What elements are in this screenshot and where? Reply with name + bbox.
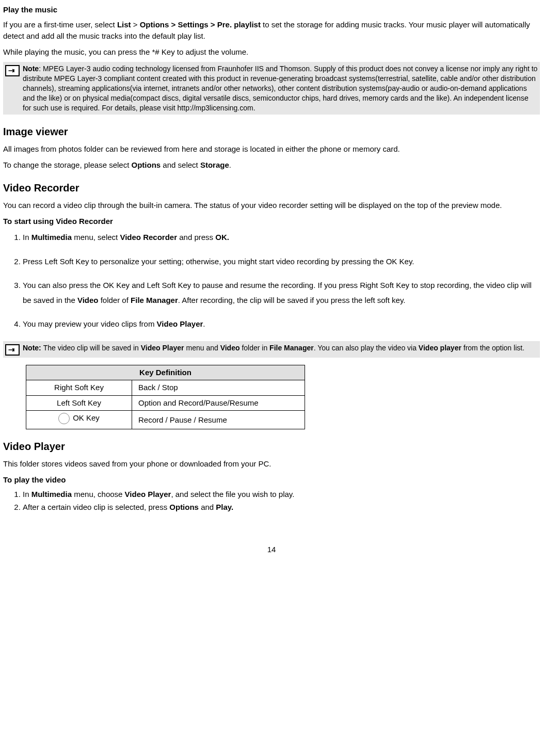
list-item: You can also press the OK Key and Left S…	[23, 278, 540, 308]
note-text: MPEG Layer-3 audio coding technology lic…	[23, 65, 537, 112]
key-definition-table: Key Definition Right Soft Key Back / Sto…	[26, 365, 305, 429]
text: You may preview your video clips from	[23, 319, 157, 328]
text-bold: Storage	[200, 160, 229, 169]
note-content: Note: The video clip will be saved in Vi…	[23, 343, 538, 353]
table-cell-def: Record / Pause / Resume	[132, 411, 305, 429]
note-arrow-icon	[5, 65, 20, 76]
note-sep: :	[39, 65, 43, 73]
text: , and select the file you wish to play.	[171, 490, 294, 498]
table-cell-key: Left Soft Key	[26, 395, 132, 411]
text: folder in	[240, 344, 270, 352]
text: .	[229, 160, 231, 169]
text-bold: Video player	[419, 344, 461, 352]
text-bold: List	[117, 20, 131, 29]
video-recorder-heading: Video Recorder	[3, 180, 540, 196]
text-bold: Video Recorder	[120, 233, 177, 242]
text: . You can also play the video via	[314, 344, 419, 352]
text: folder of	[99, 296, 131, 304]
video-recorder-subheading: To start using Video Recorder	[3, 216, 540, 228]
text: and press	[177, 233, 215, 242]
text-bold: File Manager	[131, 296, 178, 304]
table-row: Left Soft Key Option and Record/Pause/Re…	[26, 395, 305, 411]
text-bold: Video Player	[141, 344, 184, 352]
list-item: You may preview your video clips from Vi…	[23, 317, 540, 332]
text: In	[23, 490, 31, 498]
play-music-paragraph-2: While playing the music, you can press t…	[3, 46, 540, 58]
page-number: 14	[3, 544, 540, 556]
text: .	[203, 319, 205, 328]
text-bold: Video Player	[125, 490, 171, 498]
text-bold: Options	[132, 160, 161, 169]
note-box: Note: MPEG Layer-3 audio coding technolo…	[3, 62, 540, 115]
text-bold: File Manager	[269, 344, 314, 352]
text: If you are a first-time user, select	[3, 20, 117, 29]
table-cell-def: Back / Stop	[132, 380, 305, 396]
text-bold: Video	[77, 296, 99, 304]
table-cell-key: Right Soft Key	[26, 380, 132, 396]
text-bold: OK.	[215, 233, 229, 242]
text-bold: Video	[220, 344, 240, 352]
play-music-paragraph-1: If you are a first-time user, select Lis…	[3, 19, 540, 42]
text: . After recording, the clip will be save…	[178, 296, 406, 304]
image-viewer-paragraph-2: To change the storage, please select Opt…	[3, 159, 540, 171]
play-music-heading: Play the music	[3, 4, 540, 16]
note-label: Note:	[23, 344, 43, 352]
text: from the option list.	[461, 344, 524, 352]
table-header: Key Definition	[26, 365, 305, 380]
text: and select	[161, 160, 200, 169]
text-bold: Video Player	[157, 319, 203, 328]
table-row: OK Key Record / Pause / Resume	[26, 411, 305, 429]
text-bold: Play.	[216, 503, 233, 511]
table-cell-key: OK Key	[26, 411, 132, 429]
note-arrow-icon	[5, 344, 20, 356]
text: OK Key	[73, 412, 100, 424]
list-item: In Multimedia menu, select Video Recorde…	[23, 230, 540, 245]
text-bold: Multimedia	[31, 490, 72, 498]
ok-key-circle-icon	[58, 413, 70, 424]
list-item: In Multimedia menu, choose Video Player,…	[23, 489, 540, 501]
list-item: Press Left Soft Key to personalize your …	[23, 254, 540, 269]
video-player-subheading: To play the video	[3, 474, 540, 486]
note-label: Note	[23, 65, 39, 73]
text: menu and	[184, 344, 220, 352]
text-bold: Options	[169, 503, 199, 511]
text-bold: Options > Settings > Pre. playlist	[140, 20, 261, 29]
video-player-heading: Video Player	[3, 439, 540, 454]
text-bold: Multimedia	[31, 233, 72, 242]
note-content: Note: MPEG Layer-3 audio coding technolo…	[23, 64, 538, 112]
text: and	[199, 503, 216, 511]
table-header-row: Key Definition	[26, 365, 305, 380]
table-row: Right Soft Key Back / Stop	[26, 380, 305, 396]
text: menu, select	[72, 233, 120, 242]
video-player-intro: This folder stores videos saved from you…	[3, 458, 540, 470]
text: After a certain video clip is selected, …	[23, 503, 169, 511]
note-box: Note: The video clip will be saved in Vi…	[3, 341, 540, 358]
list-item: After a certain video clip is selected, …	[23, 502, 540, 513]
text: menu, choose	[72, 490, 125, 498]
text: To change the storage, please select	[3, 160, 132, 169]
video-player-steps: In Multimedia menu, choose Video Player,…	[3, 489, 540, 513]
table-cell-def: Option and Record/Pause/Resume	[132, 395, 305, 411]
image-viewer-heading: Image viewer	[3, 124, 540, 139]
text: >	[131, 20, 140, 29]
image-viewer-paragraph-1: All images from photos folder can be rev…	[3, 143, 540, 155]
video-recorder-intro: You can record a video clip through the …	[3, 200, 540, 212]
text: The video clip will be saved in	[43, 344, 141, 352]
text: In	[23, 233, 31, 242]
video-recorder-steps: In Multimedia menu, select Video Recorde…	[3, 230, 540, 332]
